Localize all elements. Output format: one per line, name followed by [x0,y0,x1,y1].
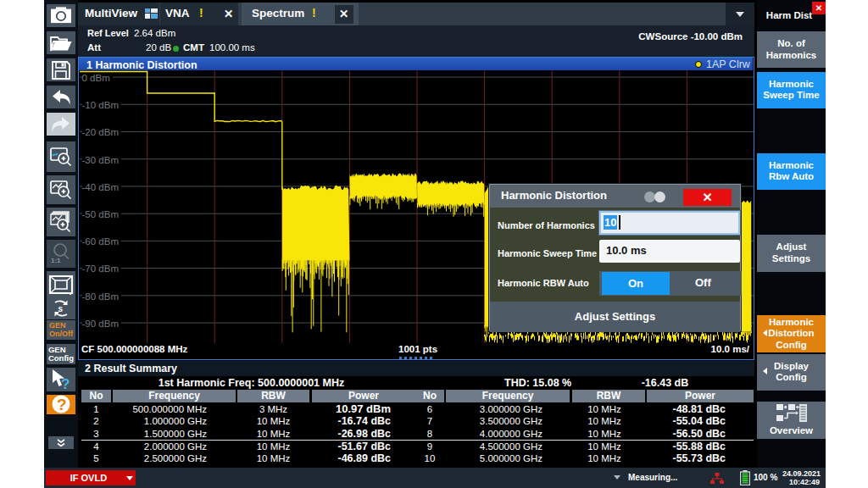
svg-text:s: s [58,304,64,313]
svg-text:?: ? [61,376,70,391]
svg-text:?: ? [57,396,67,413]
svg-text:1:1: 1:1 [51,257,61,264]
